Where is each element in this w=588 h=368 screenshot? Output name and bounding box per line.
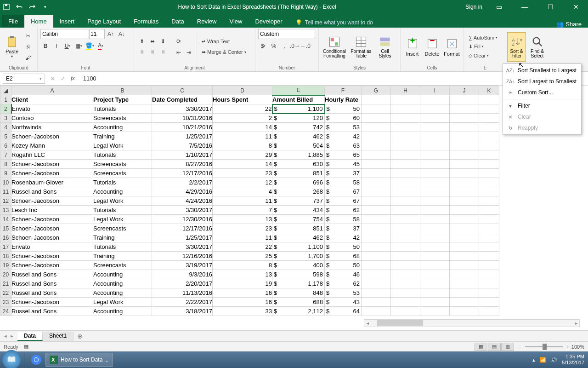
table-cell[interactable]: $851 (272, 224, 325, 233)
tab-data[interactable]: Data (165, 15, 190, 28)
close-button[interactable]: ✕ (567, 3, 585, 11)
table-cell[interactable]: 14 (213, 160, 272, 169)
sheet-nav-prev-icon[interactable]: ▸ (9, 333, 15, 339)
table-cell[interactable]: $43 (325, 298, 362, 307)
table-cell[interactable]: 16 (213, 288, 272, 298)
table-cell[interactable]: 10/31/2016 (152, 114, 213, 123)
col-head-B[interactable]: B (93, 86, 152, 95)
wrap-text-button[interactable]: ↵Wrap Text (200, 38, 248, 46)
row-head-23[interactable]: 23 (0, 298, 11, 307)
table-cell[interactable]: Lesch Inc (11, 206, 93, 215)
col-head-G[interactable]: G (362, 86, 391, 95)
table-cell[interactable]: 11/13/2016 (152, 288, 213, 298)
col-head-J[interactable]: J (450, 86, 479, 95)
tab-page-layout[interactable]: Page Layout (81, 15, 127, 28)
ribbon-options-icon[interactable]: ▭ (490, 3, 508, 11)
zoom-slider[interactable] (525, 346, 563, 347)
sheet-tab-data[interactable]: Data (17, 332, 43, 341)
table-cell[interactable]: $62 (325, 206, 362, 215)
table-cell[interactable]: Legal Work (93, 298, 152, 307)
header-cell[interactable]: Project Type (93, 95, 152, 104)
table-cell[interactable]: 3/18/2017 (152, 307, 213, 316)
row-head-7[interactable]: 7 (0, 150, 11, 160)
row-head-8[interactable]: 8 (0, 160, 11, 169)
font-size-select[interactable] (89, 29, 105, 39)
table-cell[interactable]: $630 (272, 160, 325, 169)
table-cell[interactable]: $737 (272, 196, 325, 206)
table-cell[interactable]: $754 (272, 215, 325, 224)
tell-me-search[interactable]: 💡 Tell me what you want to do (294, 17, 375, 28)
table-cell[interactable]: 14 (213, 123, 272, 132)
row-head-20[interactable]: 20 (0, 270, 11, 279)
table-cell[interactable]: Legal Work (93, 196, 152, 206)
tab-formulas[interactable]: Formulas (127, 15, 165, 28)
table-cell[interactable]: 12/17/2016 (152, 224, 213, 233)
page-layout-view-button[interactable]: ▤ (488, 343, 501, 351)
row-head-16[interactable]: 16 (0, 233, 11, 242)
conditional-formatting-button[interactable]: Conditional Formatting (322, 32, 347, 62)
horizontal-scrollbar[interactable]: ◂▸ (364, 319, 580, 327)
table-cell[interactable]: $434 (272, 206, 325, 215)
autosum-button[interactable]: ∑AutoSum▾ (467, 34, 499, 41)
increase-decimal-icon[interactable]: .0→ (290, 41, 300, 51)
row-head-18[interactable]: 18 (0, 252, 11, 261)
table-cell[interactable]: 3/30/2017 (152, 206, 213, 215)
table-cell[interactable]: 1/25/2017 (152, 132, 213, 141)
col-head-H[interactable]: H (391, 86, 420, 95)
table-cell[interactable]: Russel and Sons (11, 270, 93, 279)
row-head-11[interactable]: 11 (0, 187, 11, 196)
table-cell[interactable]: Tutorials (93, 104, 152, 114)
table-cell[interactable]: Accounting (93, 270, 152, 279)
table-cell[interactable]: Accounting (93, 279, 152, 288)
table-cell[interactable]: Russel and Sons (11, 279, 93, 288)
align-right-icon[interactable]: ≡ (158, 47, 168, 57)
bold-button[interactable]: B (40, 41, 51, 51)
border-button[interactable]: ▦▾ (74, 41, 84, 51)
italic-button[interactable]: I (51, 41, 62, 51)
chrome-taskbar-icon[interactable] (27, 353, 45, 367)
col-head-A[interactable]: A (11, 86, 93, 95)
table-cell[interactable]: $64 (325, 307, 362, 316)
table-cell[interactable]: $58 (325, 178, 362, 187)
table-cell[interactable]: Screencasts (93, 261, 152, 270)
table-cell[interactable]: $462 (272, 132, 325, 141)
font-color-button[interactable]: A▾ (96, 41, 106, 51)
clear-button[interactable]: ◇Clear▾ (467, 52, 499, 60)
select-all-corner[interactable]: ◢ (0, 86, 11, 95)
table-cell[interactable]: 2/2/2017 (152, 178, 213, 187)
table-cell[interactable]: $120 (272, 114, 325, 123)
tab-insert[interactable]: Insert (53, 15, 81, 28)
table-cell[interactable]: 22 (213, 242, 272, 252)
tab-review[interactable]: Review (191, 15, 223, 28)
table-cell[interactable]: $67 (325, 196, 362, 206)
table-cell[interactable]: 13 (213, 215, 272, 224)
table-cell[interactable]: $1,178 (272, 279, 325, 288)
align-left-icon[interactable]: ≡ (137, 47, 147, 57)
table-cell[interactable]: 29 (213, 150, 272, 160)
table-cell[interactable]: Rosenbaum-Glover (11, 178, 93, 187)
spreadsheet-grid[interactable]: ◢ABCDEFGHIJK1ClientProject TypeDate Comp… (0, 86, 588, 316)
table-cell[interactable]: $37 (325, 169, 362, 178)
decrease-font-icon[interactable]: A↓ (117, 29, 127, 39)
table-cell[interactable]: Northwinds (11, 123, 93, 132)
align-bottom-icon[interactable]: ⬇ (158, 36, 168, 46)
table-cell[interactable]: Schoen-Jacobson (11, 261, 93, 270)
table-cell[interactable]: Envato (11, 104, 93, 114)
format-as-table-button[interactable]: Format as Table (349, 32, 373, 62)
table-cell[interactable]: 12 (213, 178, 272, 187)
table-cell[interactable]: 2/20/2017 (152, 279, 213, 288)
table-cell[interactable]: Screencasts (93, 169, 152, 178)
table-cell[interactable]: 3/19/2017 (152, 261, 213, 270)
table-cell[interactable]: 8 (213, 141, 272, 150)
row-head-6[interactable]: 6 (0, 141, 11, 150)
table-cell[interactable]: 11 (213, 233, 272, 242)
table-cell[interactable]: Screencasts (93, 160, 152, 169)
menu-sort-smallest-to-largest[interactable]: AZ↓Sort Smallest to Largest (503, 65, 581, 76)
table-cell[interactable]: 3/30/2017 (152, 242, 213, 252)
col-head-F[interactable]: F (325, 86, 362, 95)
sort-filter-button[interactable]: AZSort & Filter (507, 32, 526, 62)
table-cell[interactable]: $50 (325, 261, 362, 270)
number-format-select[interactable] (258, 29, 314, 39)
tray-network-icon[interactable]: 📶 (540, 357, 546, 363)
table-cell[interactable]: Tutorials (93, 206, 152, 215)
